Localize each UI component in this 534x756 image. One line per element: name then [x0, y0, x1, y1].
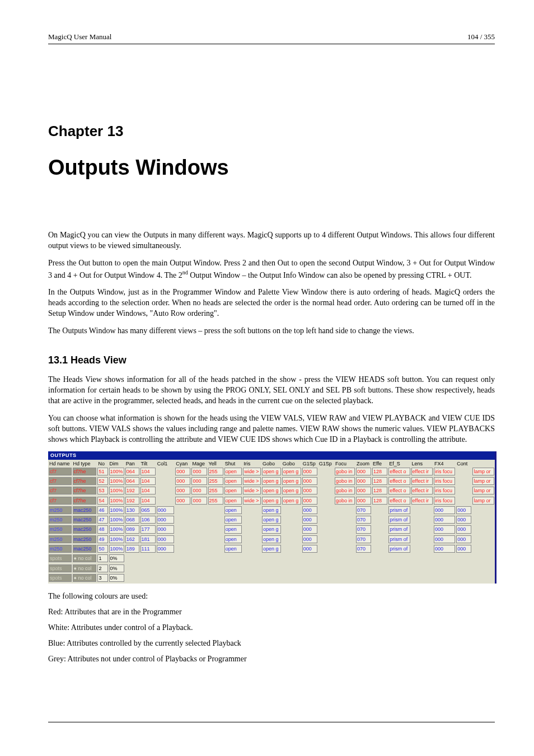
- table-row[interactable]: spots● no col20%: [48, 564, 495, 574]
- table-cell: [282, 564, 302, 574]
- table-cell: wide >: [242, 468, 261, 477]
- table-cell: open g: [282, 477, 302, 487]
- table-cell: [355, 574, 372, 584]
- table-cell: open: [224, 468, 243, 477]
- outputs-screenshot: OUTPUTS Hd nameHd typeNoDimPanTiltCol1Cy…: [48, 451, 496, 584]
- table-cell: 104: [140, 487, 156, 496]
- table-cell: 2: [97, 564, 108, 574]
- table-cell: [433, 554, 456, 564]
- column-header: Effe: [372, 460, 388, 468]
- table-cell: open: [224, 535, 243, 545]
- table-cell: 000: [302, 497, 318, 506]
- table-cell: 000: [456, 545, 472, 554]
- table-row[interactable]: spots● no col30%: [48, 574, 495, 584]
- column-header: Gobo: [261, 460, 282, 468]
- table-cell: 181: [140, 535, 156, 545]
- table-cell: 104: [140, 497, 156, 506]
- column-header: Lens: [411, 460, 433, 468]
- column-header: G1Sp: [318, 460, 334, 468]
- table-row[interactable]: cf7cf7he52100%064104000000255openwide >o…: [48, 477, 495, 487]
- table-cell: 000: [456, 535, 472, 545]
- table-cell: 000: [302, 487, 318, 496]
- table-cell: [224, 574, 243, 584]
- body-text: On MagicQ you can view the Outputs in ma…: [48, 230, 495, 665]
- table-cell: 100%: [109, 535, 125, 545]
- table-cell: 000: [433, 545, 456, 554]
- table-row[interactable]: m250mac25049100%162181000openopen g00007…: [48, 535, 495, 545]
- table-cell: 000: [302, 477, 318, 487]
- table-cell: 064: [125, 477, 140, 487]
- table-cell: [372, 516, 388, 525]
- chapter-title: Outputs Windows: [48, 156, 495, 180]
- table-cell: open g: [261, 545, 282, 554]
- table-cell: spots: [48, 554, 72, 564]
- table-row[interactable]: cf7cf7he51100%064104000000255openwide >o…: [48, 468, 495, 477]
- table-cell: 104: [140, 477, 156, 487]
- table-row[interactable]: spots● no col10%: [48, 554, 495, 564]
- column-header: Zoom: [355, 460, 372, 468]
- table-cell: ● no col: [72, 574, 97, 584]
- column-header: Hd type: [72, 460, 97, 468]
- table-cell: 100%: [109, 497, 125, 506]
- column-header: Dim: [109, 460, 125, 468]
- table-cell: open g: [282, 487, 302, 496]
- table-cell: [208, 506, 224, 516]
- table-row[interactable]: m250mac25048100%089177000openopen g00007…: [48, 525, 495, 535]
- table-cell: 3: [97, 574, 108, 584]
- column-header: FX4: [433, 460, 456, 468]
- table-cell: [318, 545, 334, 554]
- outputs-table: Hd nameHd typeNoDimPanTiltCol1CyanMageYe…: [48, 460, 495, 584]
- table-cell: [191, 554, 207, 564]
- table-cell: [472, 574, 495, 584]
- table-cell: [372, 564, 388, 574]
- table-cell: [472, 525, 495, 535]
- table-cell: [261, 574, 282, 584]
- table-cell: open g: [261, 468, 282, 477]
- table-cell: open: [224, 525, 243, 535]
- table-cell: [372, 535, 388, 545]
- table-cell: 104: [140, 468, 156, 477]
- column-header: Gobo: [282, 460, 302, 468]
- table-cell: [224, 554, 243, 564]
- table-cell: open g: [282, 497, 302, 506]
- table-cell: 089: [125, 525, 140, 535]
- table-cell: iris focu: [433, 487, 456, 496]
- table-cell: [411, 564, 433, 574]
- table-cell: [208, 564, 224, 574]
- table-cell: [456, 554, 472, 564]
- table-cell: [472, 554, 495, 564]
- table-cell: [191, 574, 207, 584]
- table-cell: [456, 497, 472, 506]
- table-cell: effect o: [388, 487, 410, 496]
- table-row[interactable]: cf7cf7he53100%192104000000255openwide >o…: [48, 487, 495, 496]
- table-cell: open g: [261, 525, 282, 535]
- table-cell: open g: [261, 516, 282, 525]
- table-cell: 000: [175, 497, 191, 506]
- chapter-label: Chapter 13: [48, 123, 495, 140]
- section-p1: The Heads View shows information for all…: [48, 375, 495, 407]
- table-cell: 128: [372, 487, 388, 496]
- table-cell: 100%: [109, 477, 125, 487]
- table-row[interactable]: m250mac25047100%068106000openopen g00007…: [48, 516, 495, 525]
- table-cell: 49: [97, 535, 108, 545]
- table-cell: [388, 564, 410, 574]
- table-row[interactable]: m250mac25050100%189111000openopen g00007…: [48, 545, 495, 554]
- table-cell: m250: [48, 506, 72, 516]
- table-cell: effect ir: [411, 468, 433, 477]
- table-cell: 53: [97, 487, 108, 496]
- table-cell: 000: [456, 506, 472, 516]
- table-cell: [208, 516, 224, 525]
- table-cell: 068: [125, 516, 140, 525]
- paragraph-1: On MagicQ you can view the Outputs in ma…: [48, 230, 495, 251]
- table-cell: 070: [355, 516, 372, 525]
- table-cell: [282, 506, 302, 516]
- table-cell: mac250: [72, 525, 97, 535]
- paragraph-4: The Outputs Window has many different vi…: [48, 326, 495, 337]
- table-cell: 192: [125, 497, 140, 506]
- table-row[interactable]: m250mac25046100%130065000openopen g00007…: [48, 506, 495, 516]
- table-cell: [140, 554, 156, 564]
- table-cell: [175, 506, 191, 516]
- table-cell: 070: [355, 506, 372, 516]
- table-cell: [208, 574, 224, 584]
- table-row[interactable]: cf7cf7he54100%192104000000255openwide >o…: [48, 497, 495, 506]
